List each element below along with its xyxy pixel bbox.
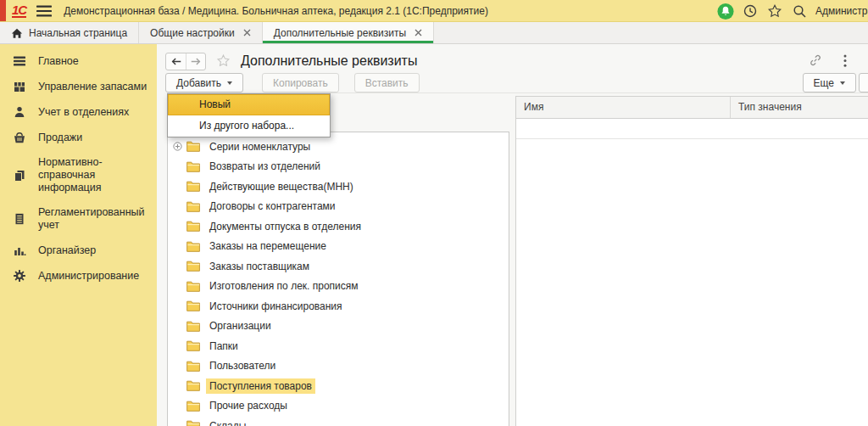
expander-spacer — [173, 182, 182, 191]
tree-item-1[interactable]: Возвраты из отделений — [168, 157, 509, 177]
expander-spacer — [173, 242, 182, 251]
paste-button-label: Вставить — [365, 77, 409, 89]
tree-item-14[interactable]: Склады — [168, 416, 509, 426]
tree-item-label: Изготовления по лек. прописям — [206, 278, 362, 294]
expander-spacer — [173, 202, 182, 211]
sidebar-item-6[interactable]: Органайзер — [0, 238, 157, 263]
tree-item-label: Серии номенклатуры — [206, 139, 314, 154]
expander-spacer — [173, 381, 182, 390]
tree-item-4[interactable]: Документы отпуска в отделения — [168, 216, 509, 237]
tree-item-9[interactable]: Организации — [168, 317, 509, 337]
sidebar-item-label: Управление запасами — [38, 81, 147, 93]
topbar-actions: Администратор — [717, 0, 868, 22]
chevron-down-icon — [840, 81, 845, 85]
folder-icon — [186, 380, 200, 391]
chevron-down-icon — [227, 81, 232, 85]
add-button-label: Добавить — [176, 77, 221, 89]
more-button[interactable]: Еще — [803, 73, 856, 92]
folder-icon — [186, 300, 200, 311]
column-header-0[interactable]: Имя — [516, 97, 731, 118]
tab-close-icon[interactable] — [243, 29, 251, 36]
tree-item-0[interactable]: Серии номенклатуры — [168, 137, 509, 157]
tree-item-11[interactable]: Пользователи — [168, 356, 509, 377]
forward-button[interactable] — [186, 53, 205, 70]
tree-item-label: Действующие вещества(МНН) — [206, 179, 357, 194]
tree-item-10[interactable]: Папки — [168, 336, 509, 356]
menu-item-1[interactable]: Из другого набора... — [168, 115, 330, 137]
menu-item-0[interactable]: Новый — [168, 94, 330, 115]
folder-icon — [186, 261, 200, 272]
sidebar-item-label: Главное — [38, 55, 79, 68]
more-button-label: Еще — [814, 77, 834, 89]
column-header-1[interactable]: Тип значения — [731, 97, 868, 118]
tree-item-3[interactable]: Договоры с контрагентами — [168, 197, 509, 217]
expander-spacer — [173, 421, 182, 426]
expander-spacer — [173, 362, 182, 371]
table-empty-row[interactable] — [516, 119, 868, 139]
tab-label: Общие настройки — [150, 27, 235, 39]
tab-close-icon[interactable] — [415, 29, 422, 36]
expander-spacer — [173, 341, 182, 350]
nav-history-group — [165, 53, 206, 70]
inventory-icon — [13, 80, 27, 93]
main-menu-icon[interactable] — [36, 5, 52, 17]
search-icon[interactable] — [791, 3, 808, 20]
sidebar-item-5[interactable]: Регламентированный учет — [0, 200, 157, 238]
sidebar-item-7[interactable]: Администрирование — [0, 263, 157, 289]
attribute-sets-tree: Серии номенклатурыВозвраты из отделенийД… — [167, 132, 509, 426]
folder-icon — [186, 361, 200, 372]
tree-item-13[interactable]: Прочие расходы — [168, 396, 509, 417]
link-icon[interactable] — [808, 53, 823, 68]
help-button-partial[interactable] — [859, 73, 868, 92]
tree-item-label: Заказы на перемещение — [206, 238, 330, 254]
paste-button[interactable]: Вставить — [354, 73, 420, 92]
tree-item-label: Договоры с контрагентами — [206, 199, 339, 214]
bell-icon[interactable] — [717, 3, 734, 20]
gear-icon — [13, 269, 27, 283]
main-content: Дополнительные реквизиты Добавить Копиро… — [157, 44, 868, 426]
folder-icon — [186, 401, 200, 412]
commands-toolbar: Добавить Копировать Вставить Еще — [165, 73, 868, 92]
expander-spacer — [173, 401, 182, 411]
sections-sidebar: ГлавноеУправление запасамиУчет в отделен… — [0, 44, 157, 426]
tab-2[interactable]: Дополнительные реквизиты — [263, 22, 434, 43]
page-header: Дополнительные реквизиты — [165, 50, 861, 72]
expander-spacer — [173, 322, 182, 331]
favorite-star-icon[interactable] — [216, 53, 231, 69]
edge-accent-stripe — [0, 0, 6, 22]
sidebar-item-label: Продажи — [38, 132, 82, 144]
folder-icon — [186, 340, 200, 351]
tree-item-label: Источники финансирования — [206, 299, 346, 314]
sidebar-item-label: Учет в отделениях — [38, 106, 129, 119]
star-icon[interactable] — [766, 3, 783, 20]
expand-plus-icon[interactable] — [173, 142, 182, 151]
menu-lines-icon — [13, 54, 27, 68]
tab-1[interactable]: Общие настройки — [139, 22, 263, 43]
add-button[interactable]: Добавить — [165, 73, 243, 92]
folder-icon — [186, 141, 200, 152]
tree-item-2[interactable]: Действующие вещества(МНН) — [168, 177, 509, 197]
sidebar-item-2[interactable]: Учет в отделениях — [0, 99, 157, 125]
folder-icon — [186, 201, 200, 212]
sidebar-item-1[interactable]: Управление запасами — [0, 74, 157, 99]
tab-0[interactable]: Начальная страница — [0, 22, 139, 43]
current-user-label[interactable]: Администратор — [815, 5, 868, 17]
copy-button[interactable]: Копировать — [262, 73, 339, 92]
tree-item-6[interactable]: Заказы поставщикам — [168, 256, 509, 277]
back-button[interactable] — [166, 53, 186, 70]
add-dropdown-menu: НовыйИз другого набора... — [167, 93, 331, 137]
sidebar-item-4[interactable]: Нормативно-справочная информация — [0, 150, 157, 200]
tree-item-12[interactable]: Поступления товаров — [168, 376, 509, 396]
folder-icon — [186, 321, 200, 332]
tree-item-label: Поступления товаров — [206, 378, 315, 394]
history-icon[interactable] — [742, 3, 759, 20]
1c-logo: 1С — [12, 4, 26, 18]
tree-item-7[interactable]: Изготовления по лек. прописям — [168, 277, 509, 297]
sidebar-item-3[interactable]: Продажи — [0, 125, 157, 150]
tree-item-label: Прочие расходы — [206, 398, 291, 413]
tree-item-8[interactable]: Источники финансирования — [168, 296, 509, 317]
tree-item-5[interactable]: Заказы на перемещение — [168, 237, 509, 257]
kebab-menu-icon[interactable] — [837, 53, 853, 68]
sidebar-item-label: Органайзер — [38, 244, 96, 257]
sidebar-item-0[interactable]: Главное — [0, 48, 157, 74]
